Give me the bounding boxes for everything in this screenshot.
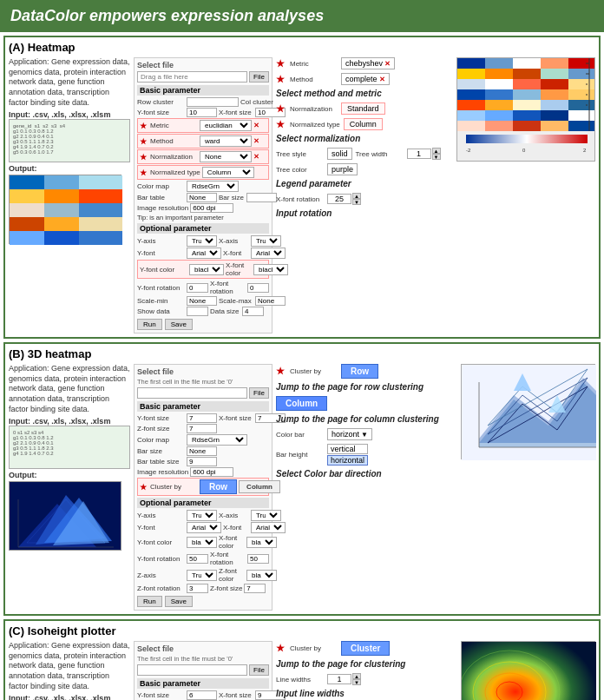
heatmap-yfontcolor-select[interactable]: black xyxy=(189,264,224,275)
3dheatmap-yrotation-row: Y-font rotation X-font rotation xyxy=(137,551,269,566)
3dheatmap-zaxis-select[interactable]: True xyxy=(187,570,217,581)
heatmap-xrotation-ann-input[interactable] xyxy=(327,194,351,204)
isoheight-file-input[interactable] xyxy=(137,664,247,676)
heatmap-colormap-select[interactable]: RdseGrn xyxy=(187,181,239,192)
heatmap-ann-metric-val[interactable]: chebyshev ✕ xyxy=(341,57,395,69)
3dheatmap-colormap-select[interactable]: RdseGrn xyxy=(187,434,247,446)
3dheatmap-row-text: Jump to the page for row clustering xyxy=(276,382,456,392)
heatmap-method-select[interactable]: ward complete xyxy=(200,135,252,147)
svg-rect-47 xyxy=(457,121,485,131)
heatmap-xrotation-input[interactable] xyxy=(247,283,269,293)
heatmap-file-button[interactable]: File xyxy=(249,71,269,83)
heatmap-ann-method-close[interactable]: ✕ xyxy=(379,76,385,83)
3dheatmap-imgres-input[interactable] xyxy=(190,467,233,477)
heatmap-yrotation-input[interactable] xyxy=(187,283,208,293)
3dheatmap-yfontcolor-row: Y-font color black X-font color black xyxy=(137,534,269,550)
3dheatmap-barheight-horizontal[interactable]: horizontal xyxy=(327,455,368,466)
heatmap-yaxis-select[interactable]: True xyxy=(187,235,217,247)
heatmap-ann-xrotation-label: X-font rotation xyxy=(276,195,324,203)
3dheatmap-bartablesize-input[interactable] xyxy=(187,457,217,466)
heatmap-metric-star: ★ xyxy=(140,122,147,130)
isoheight-linewidths-up[interactable]: ▲ xyxy=(352,673,361,679)
3dheatmap-zfont-input[interactable] xyxy=(187,424,217,433)
heatmap-imgres-input[interactable] xyxy=(190,203,233,213)
3dheatmap-yfont2-row: Y-font Arial X-font Arial xyxy=(137,522,269,533)
svg-rect-48 xyxy=(485,121,513,131)
heatmap-treewidth-up[interactable]: ▲ xyxy=(432,148,441,154)
section-heatmap: (A) Heatmap Application: Gene expression… xyxy=(3,36,601,339)
heatmap-norm-select[interactable]: None Standard xyxy=(200,151,252,162)
heatmap-treewidth-input[interactable] xyxy=(407,149,431,159)
3dheatmap-file-note: The first cell in the file must be '0' xyxy=(137,378,269,386)
3dheatmap-col-ann-btn[interactable]: Column xyxy=(276,396,327,411)
3dheatmap-barheight-options: vertical horizontal xyxy=(327,444,368,466)
3dheatmap-run-button[interactable]: Run xyxy=(137,596,162,607)
3dheatmap-basic-param-title: Basic parameter xyxy=(137,401,269,412)
svg-rect-46 xyxy=(568,110,595,121)
heatmap-select-file-title: Select file xyxy=(137,61,269,69)
heatmap-ann-normtype-val: Column xyxy=(344,118,383,130)
3dheatmap-zfontcolor-select[interactable]: black xyxy=(246,570,277,581)
3dheatmap-output-label: Output: xyxy=(9,471,130,479)
heatmap-showdata-input[interactable] xyxy=(187,307,208,316)
svg-rect-10 xyxy=(10,217,44,231)
heatmap-xrotation-down[interactable]: ▼ xyxy=(352,199,361,205)
3dheatmap-yrotation-input[interactable] xyxy=(187,554,208,564)
isoheight-yfont-input[interactable] xyxy=(187,690,217,700)
3dheatmap-xrotation-input[interactable] xyxy=(247,554,269,564)
heatmap-yfont2-select[interactable]: Arial xyxy=(187,248,221,259)
heatmap-file-input[interactable] xyxy=(137,71,247,83)
svg-rect-34 xyxy=(513,89,541,100)
heatmap-ann-treestyle-val[interactable]: solid xyxy=(327,148,352,160)
3dheatmap-barsize-input[interactable] xyxy=(187,446,217,456)
isoheight-linewidths-input[interactable] xyxy=(327,674,351,684)
3dheatmap-row-btn[interactable]: Row xyxy=(200,479,237,494)
3dheatmap-xfontcolor-select[interactable]: black xyxy=(246,537,277,548)
isoheight-clusterby-ann-label: Cluster by xyxy=(290,644,338,652)
3dheatmap-yfontcolor-select[interactable]: black xyxy=(187,537,217,548)
heatmap-normtype-select[interactable]: Column Row xyxy=(202,167,254,178)
svg-rect-80 xyxy=(462,642,596,700)
3dheatmap-save-button[interactable]: Save xyxy=(165,596,193,607)
3dheatmap-colorbar-val[interactable]: horizont ▼ xyxy=(327,428,372,440)
3dheatmap-xrotation-label: X-font rotation xyxy=(210,551,246,566)
heatmap-yfont-input[interactable] xyxy=(187,108,217,117)
heatmap-scalemin-input[interactable] xyxy=(187,296,217,306)
heatmap-xrotation-ann: X-font rotation ▲ ▼ xyxy=(276,193,451,205)
heatmap-save-button[interactable]: Save xyxy=(165,319,193,330)
heatmap-row-cluster-input[interactable] xyxy=(187,97,239,107)
3dheatmap-file-input[interactable] xyxy=(137,387,247,399)
heatmap-method-close[interactable]: ✕ xyxy=(253,137,259,145)
3dheatmap-yfont-input[interactable] xyxy=(187,413,217,423)
heatmap-xrotation-up[interactable]: ▲ xyxy=(352,193,361,199)
heatmap-ann-method-val[interactable]: complete ✕ xyxy=(341,73,390,85)
3dheatmap-form: Select file The first cell in the file m… xyxy=(134,364,272,611)
3dheatmap-yaxis-select[interactable]: True xyxy=(187,510,217,521)
heatmap-bartable-input[interactable] xyxy=(187,193,217,202)
heatmap-metric-close[interactable]: ✕ xyxy=(253,122,259,129)
heatmap-datasize-input[interactable] xyxy=(242,307,264,316)
heatmap-norm-close[interactable]: ✕ xyxy=(253,153,259,161)
heatmap-ann-treecolor-val[interactable]: purple xyxy=(327,163,358,175)
3dheatmap-cluster-row-ann: ★ Cluster by Row xyxy=(276,364,456,379)
heatmap-metric-select[interactable]: euclidian chebyshev xyxy=(200,120,252,131)
3dheatmap-cluster-col-ann: Column xyxy=(276,396,456,411)
3dheatmap-file-button[interactable]: File xyxy=(249,387,269,399)
3dheatmap-row-ann-btn[interactable]: Row xyxy=(341,364,378,379)
heatmap-ann-metric-close[interactable]: ✕ xyxy=(384,60,391,68)
svg-rect-35 xyxy=(541,89,568,100)
heatmap-treewidth-down[interactable]: ▼ xyxy=(432,154,441,160)
isoheight-cluster-ann-btn[interactable]: Cluster xyxy=(341,641,390,656)
isoheight-linewidths-down[interactable]: ▼ xyxy=(352,679,361,685)
3dheatmap-yfont2-select[interactable]: Arial xyxy=(187,522,221,533)
isoheight-file-button[interactable]: File xyxy=(249,664,269,676)
heatmap-app-desc: Application: Gene expression data, genom… xyxy=(9,57,130,108)
3dheatmap-col-btn[interactable]: Column xyxy=(239,480,280,493)
3dheatmap-colormap-row: Color map RdseGrn xyxy=(137,434,269,446)
heatmap-run-button[interactable]: Run xyxy=(137,319,162,330)
3dheatmap-zrotation-input[interactable] xyxy=(187,584,208,593)
3dheatmap-barheight-vertical[interactable]: vertical xyxy=(327,444,368,454)
3dheatmap-zfontsize2-input[interactable] xyxy=(244,584,266,593)
heatmap-barsize-input[interactable] xyxy=(246,193,277,202)
3dheatmap-app-desc: Application: Gene expression data, genom… xyxy=(9,364,130,414)
